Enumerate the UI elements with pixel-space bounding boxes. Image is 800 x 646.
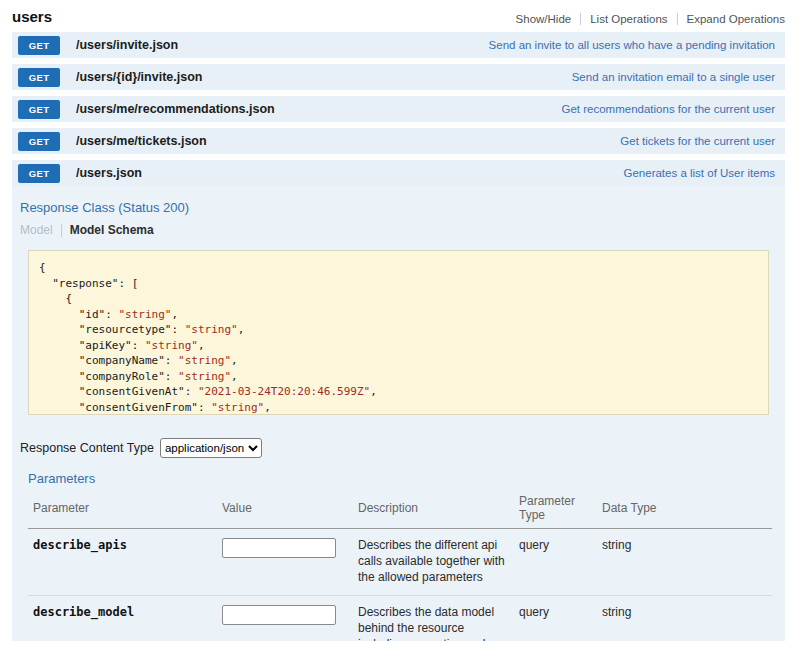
operation-header[interactable]: GET /users/me/recommendations.json Get r… [12,96,785,122]
parameters-table: Parameter Value Description Parameter Ty… [28,488,772,641]
operation-path[interactable]: /users/invite.json [76,38,178,52]
col-header-description: Description [358,488,519,529]
response-content-type-row: Response Content Type application/json [20,438,777,458]
operation-users-me-tickets: GET /users/me/tickets.json Get tickets f… [12,128,785,154]
divider [677,13,678,25]
page-title: users [12,8,52,25]
operation-path[interactable]: /users/me/recommendations.json [76,102,275,116]
http-method-badge: GET [18,100,60,119]
model-schema-snippet: { "response": [ { "id": "string", "resou… [28,250,769,415]
parameter-description: Describes the data model behind the reso… [358,605,511,641]
parameter-description: Describes the different api calls availa… [358,538,511,585]
parameter-type: query [519,538,549,552]
parameter-name: describe_model [33,605,134,619]
list-operations-link[interactable]: List Operations [590,13,667,25]
parameter-data-type: string [602,538,631,552]
operation-users-me-recommendations: GET /users/me/recommendations.json Get r… [12,96,785,122]
http-method-badge: GET [18,68,60,87]
operation-summary[interactable]: Send an invitation email to a single use… [572,71,775,83]
operation-summary[interactable]: Generates a list of User items [624,167,775,179]
parameter-name: describe_apis [33,538,127,552]
parameter-row-describe-apis: describe_apis Describes the different ap… [28,529,772,596]
resource-actions: Show/Hide List Operations Expand Operati… [516,13,785,25]
tab-model[interactable]: Model [20,223,53,237]
parameter-data-type: string [602,605,631,619]
parameters-table-header-row: Parameter Value Description Parameter Ty… [28,488,772,529]
operation-header[interactable]: GET /users/{id}/invite.json Send an invi… [12,64,785,90]
operation-users-list: GET /users.json Generates a list of User… [12,160,785,641]
col-header-data-type: Data Type [602,488,772,529]
expand-operations-link[interactable]: Expand Operations [687,13,785,25]
operation-users-id-invite: GET /users/{id}/invite.json Send an invi… [12,64,785,90]
operation-summary[interactable]: Get recommendations for the current user [562,103,776,115]
operation-expanded-content: Response Class (Status 200) Model Model … [12,186,785,641]
parameter-row-describe-model: describe_model Describes the data model … [28,596,772,641]
parameter-value-input[interactable] [222,538,336,558]
parameter-value-input[interactable] [222,605,336,625]
col-header-parameter-type: Parameter Type [519,488,602,529]
response-content-type-select[interactable]: application/json [160,438,262,458]
col-header-value: Value [222,488,358,529]
col-header-parameter: Parameter [28,488,222,529]
http-method-badge: GET [18,36,60,55]
http-method-badge: GET [18,132,60,151]
http-method-badge: GET [18,164,60,183]
response-class-heading: Response Class (Status 200) [20,200,777,215]
divider [580,13,581,25]
swagger-resource-users: users Show/Hide List Operations Expand O… [0,0,800,641]
operation-summary[interactable]: Get tickets for the current user [620,135,775,147]
parameter-type: query [519,605,549,619]
operation-users-invite: GET /users/invite.json Send an invite to… [12,32,785,58]
divider [61,224,62,237]
operation-path[interactable]: /users.json [76,166,142,180]
tab-model-schema[interactable]: Model Schema [70,223,154,237]
model-tabs: Model Model Schema [20,223,777,237]
operation-path[interactable]: /users/{id}/invite.json [76,70,202,84]
resource-header: users Show/Hide List Operations Expand O… [12,0,785,32]
show-hide-link[interactable]: Show/Hide [516,13,572,25]
parameters-heading: Parameters [28,471,777,486]
operation-path[interactable]: /users/me/tickets.json [76,134,207,148]
operation-header[interactable]: GET /users.json Generates a list of User… [12,160,785,186]
response-content-type-label: Response Content Type [20,441,154,455]
operation-header[interactable]: GET /users/invite.json Send an invite to… [12,32,785,58]
operation-header[interactable]: GET /users/me/tickets.json Get tickets f… [12,128,785,154]
operation-summary[interactable]: Send an invite to all users who have a p… [489,39,775,51]
